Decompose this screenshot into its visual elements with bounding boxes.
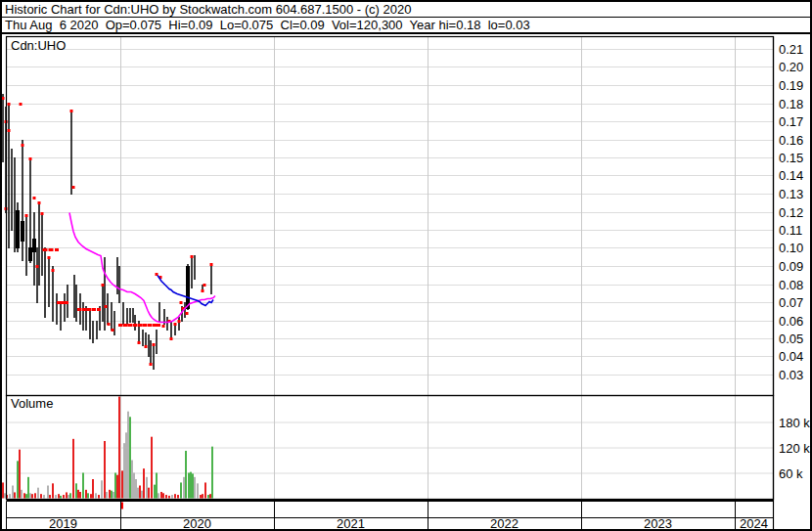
close-dot bbox=[52, 269, 55, 272]
volume-bar bbox=[55, 495, 57, 498]
volume-bar bbox=[49, 495, 51, 498]
volume-bar bbox=[75, 483, 77, 498]
volume-bar bbox=[183, 477, 185, 499]
volume-bar bbox=[4, 493, 6, 498]
ohlc-bar bbox=[150, 340, 152, 365]
price-axis-label: 0.17 bbox=[779, 114, 803, 129]
ohlc-bar bbox=[132, 308, 134, 323]
close-dot bbox=[178, 320, 181, 323]
price-axis-label: 0.06 bbox=[779, 314, 803, 329]
ohlc-bar bbox=[111, 302, 113, 331]
year-label: 2021 bbox=[337, 516, 365, 531]
price-axis-label: 0.13 bbox=[779, 187, 803, 201]
price-axis-label: 0.21 bbox=[779, 42, 803, 57]
ohlc-bar bbox=[70, 111, 72, 195]
ohlc-bar bbox=[158, 302, 160, 322]
close-dot bbox=[112, 329, 114, 332]
volume-bar bbox=[143, 468, 145, 498]
ohlc-bar-box bbox=[16, 210, 20, 248]
support-dash bbox=[55, 248, 59, 251]
ohlc-bar-box bbox=[28, 247, 32, 261]
volume-bar bbox=[135, 479, 137, 499]
price-axis-label: 0.14 bbox=[779, 168, 803, 183]
volume-bar bbox=[17, 461, 19, 498]
volume-bar bbox=[148, 488, 150, 499]
support-dash bbox=[143, 324, 148, 327]
ohlc-bar bbox=[29, 157, 31, 263]
ohlc-bar bbox=[8, 104, 10, 248]
volume-bar bbox=[113, 492, 114, 499]
ohlc-bar-box bbox=[186, 266, 190, 309]
volume-bar bbox=[158, 493, 159, 498]
volume-bar bbox=[168, 496, 170, 499]
price-axis-label: 0.04 bbox=[779, 349, 803, 364]
close-dot bbox=[41, 212, 44, 215]
support-dash bbox=[138, 324, 143, 327]
ohlc-bar-box bbox=[32, 239, 36, 252]
volume-bar bbox=[66, 492, 68, 498]
price-axis-label: 0.10 bbox=[779, 241, 803, 255]
volume-bar bbox=[165, 495, 167, 498]
support-dash bbox=[118, 324, 122, 327]
ohlc-bar bbox=[36, 247, 38, 303]
ohlc-bar bbox=[11, 149, 13, 231]
price-panel-border bbox=[7, 37, 774, 396]
ohlc-bar bbox=[107, 293, 109, 325]
support-dash bbox=[61, 301, 66, 304]
volume-bar bbox=[63, 495, 65, 498]
volume-bar bbox=[85, 490, 87, 499]
year-label: 2019 bbox=[49, 516, 77, 531]
volume-bar bbox=[188, 473, 190, 499]
volume-bar bbox=[23, 493, 25, 498]
volume-bar bbox=[72, 439, 74, 499]
ma-line-fast bbox=[158, 276, 213, 306]
close-dot bbox=[105, 305, 108, 308]
volume-bar bbox=[34, 493, 36, 498]
ohlc-bar bbox=[64, 293, 66, 322]
volume-bar bbox=[156, 473, 158, 499]
ohlc-bar bbox=[210, 266, 212, 294]
ohlc-bar bbox=[166, 317, 168, 331]
price-axis-label: 0.19 bbox=[779, 78, 803, 93]
ohlc-bar bbox=[75, 285, 77, 322]
ohlc-bar bbox=[126, 308, 128, 325]
ohlc-bar bbox=[89, 311, 91, 339]
close-dot bbox=[202, 289, 204, 292]
volume-bar bbox=[202, 494, 203, 498]
close-dot bbox=[70, 110, 73, 112]
year-label: 2022 bbox=[490, 516, 519, 531]
volume-axis-label: 60 k bbox=[779, 466, 803, 481]
support-dash bbox=[43, 248, 48, 251]
chart-canvas: 0.210.200.190.180.170.160.150.140.130.12… bbox=[2, 2, 812, 531]
volume-bar bbox=[192, 473, 194, 498]
volume-bar bbox=[114, 473, 116, 499]
close-dot bbox=[170, 337, 173, 340]
ohlc-bar bbox=[102, 285, 104, 322]
volume-bar bbox=[127, 412, 129, 499]
price-axis-label: 0.12 bbox=[779, 205, 803, 220]
support-dash bbox=[133, 324, 137, 327]
close-dot bbox=[174, 323, 177, 326]
volume-bar bbox=[104, 441, 106, 499]
close-dot bbox=[153, 343, 156, 346]
close-dot bbox=[8, 103, 11, 106]
ohlc-bar bbox=[41, 213, 43, 276]
volume-bar bbox=[109, 490, 111, 499]
ohlc-bar bbox=[153, 345, 155, 370]
ohlc-bar bbox=[191, 255, 193, 288]
close-dot bbox=[180, 301, 183, 304]
volume-bar bbox=[137, 488, 139, 499]
volume-panel-label: Volume bbox=[11, 396, 53, 411]
volume-bar bbox=[131, 461, 133, 499]
close-dot bbox=[145, 345, 148, 348]
volume-axis-label: 180 k bbox=[779, 416, 810, 430]
year-label: 2020 bbox=[183, 516, 211, 531]
volume-bar bbox=[58, 494, 60, 498]
close-dot bbox=[72, 186, 75, 189]
volume-bar bbox=[177, 495, 179, 498]
volume-bar bbox=[19, 450, 21, 499]
volume-bar bbox=[52, 483, 54, 498]
ohlc-bar bbox=[113, 311, 115, 335]
volume-bar bbox=[121, 470, 123, 498]
volume-bar bbox=[160, 492, 162, 499]
